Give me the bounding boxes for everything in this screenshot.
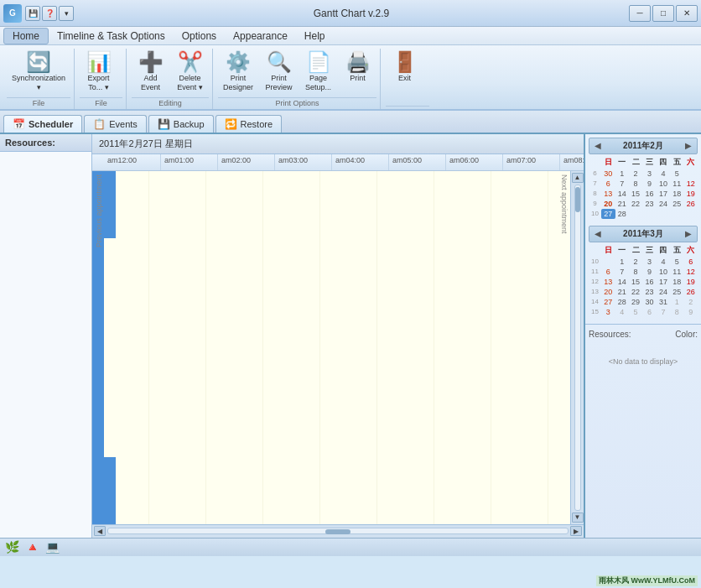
cal-day[interactable]: 13 [601, 277, 615, 287]
cal-day[interactable]: 30 [601, 169, 615, 179]
cal-day[interactable]: 20 [601, 287, 615, 297]
cal-day[interactable]: 14 [615, 277, 629, 287]
cal-day[interactable]: 16 [642, 277, 656, 287]
cal-day[interactable]: 5 [670, 257, 683, 267]
cal-day[interactable]: 16 [642, 189, 656, 199]
menu-appearance[interactable]: Appearance [225, 29, 296, 44]
cal-day[interactable] [684, 169, 698, 179]
cal-day[interactable]: 1 [615, 257, 629, 267]
cal-day[interactable]: 5 [629, 307, 642, 317]
export-button[interactable]: 📊 ExportTo... ▾ [80, 49, 117, 96]
cal-day[interactable]: 14 [615, 189, 629, 199]
cal-day[interactable]: 8 [629, 179, 642, 189]
cal-day[interactable]: 6 [601, 267, 615, 277]
cal-day[interactable]: 7 [657, 307, 670, 317]
page-setup-button[interactable]: 📄 PageSetup... [299, 49, 337, 96]
cal-prev-btn[interactable]: ◀ [593, 141, 603, 151]
exit-button[interactable]: 🚪 Exit [386, 49, 423, 86]
menu-options[interactable]: Options [174, 29, 225, 44]
cal-day[interactable]: 13 [601, 189, 615, 199]
print-preview-button[interactable]: 🔍 PrintPreview [260, 49, 298, 96]
cal-day[interactable]: 3 [642, 257, 656, 267]
cal-day[interactable]: 19 [684, 189, 698, 199]
cal-day[interactable]: 7 [615, 179, 629, 189]
cal-day[interactable]: 1 [615, 169, 629, 179]
cal-day[interactable]: 5 [670, 169, 683, 179]
cal-day[interactable]: 11 [670, 179, 683, 189]
cal-day[interactable]: 25 [670, 199, 683, 209]
cal-day[interactable]: 6 [601, 179, 615, 189]
cal-day[interactable]: 19 [684, 277, 698, 287]
add-event-button[interactable]: ➕ AddEvent [132, 49, 169, 96]
cal-day[interactable]: 2 [684, 297, 698, 307]
cal-day[interactable]: 1 [670, 297, 683, 307]
vscroll-up-btn[interactable]: ▲ [572, 173, 584, 183]
cal-day-selected[interactable]: 27 [601, 209, 615, 219]
cal-mar-prev-btn[interactable]: ◀ [593, 229, 603, 239]
delete-event-button[interactable]: ✂️ DeleteEvent ▾ [171, 49, 209, 96]
cal-day[interactable]: 29 [629, 297, 642, 307]
hscroll-bar[interactable]: ◀ ▶ [92, 524, 584, 538]
hscroll-track[interactable] [107, 528, 569, 534]
cal-day[interactable]: 25 [670, 287, 683, 297]
cal-day[interactable]: 6 [684, 257, 698, 267]
cal-day[interactable]: 22 [629, 287, 642, 297]
cal-day[interactable]: 24 [657, 287, 670, 297]
cal-day[interactable]: 3 [601, 307, 615, 317]
hscroll-thumb[interactable] [325, 529, 350, 534]
tab-backup[interactable]: 💾 Backup [148, 115, 214, 133]
print-button[interactable]: 🖨️ Print [339, 49, 376, 86]
cal-day[interactable]: 3 [642, 169, 656, 179]
hscroll-right-btn[interactable]: ▶ [570, 526, 582, 536]
cal-day[interactable]: 2 [629, 257, 642, 267]
quick-save-btn[interactable]: 💾 [25, 6, 40, 21]
cal-day[interactable]: 9 [642, 267, 656, 277]
menu-help[interactable]: Help [296, 29, 334, 44]
menu-timeline[interactable]: Timeline & Task Options [49, 29, 174, 44]
cal-day[interactable]: 18 [670, 189, 683, 199]
cal-day[interactable]: 23 [642, 199, 656, 209]
cal-day[interactable]: 26 [684, 199, 698, 209]
cal-day[interactable]: 7 [615, 267, 629, 277]
vscroll-dn-btn[interactable]: ▼ [572, 513, 584, 523]
cal-day[interactable]: 31 [657, 297, 670, 307]
cal-day[interactable]: 9 [684, 307, 698, 317]
cal-day[interactable]: 26 [684, 287, 698, 297]
cal-day[interactable]: 28 [615, 297, 629, 307]
tab-scheduler[interactable]: 📅 Scheduler [3, 115, 82, 133]
cal-day[interactable]: 9 [642, 179, 656, 189]
quick-dropdown-btn[interactable]: ▾ [59, 6, 74, 21]
vscroll-thumb[interactable] [575, 187, 580, 212]
cal-day[interactable]: 2 [629, 169, 642, 179]
cal-day[interactable]: 21 [615, 287, 629, 297]
cal-day[interactable]: 22 [629, 199, 642, 209]
tab-restore[interactable]: 🔁 Restore [215, 115, 283, 133]
cal-day[interactable]: 11 [670, 267, 683, 277]
cal-day[interactable]: 4 [615, 307, 629, 317]
cal-day[interactable]: 18 [670, 277, 683, 287]
cal-day[interactable]: 12 [684, 267, 698, 277]
cal-day[interactable]: 15 [629, 189, 642, 199]
hscroll-left-btn[interactable]: ◀ [94, 526, 106, 536]
cal-day[interactable]: 30 [642, 297, 656, 307]
print-designer-button[interactable]: ⚙️ PrintDesigner [218, 49, 258, 96]
cal-day[interactable]: 8 [670, 307, 683, 317]
cal-day[interactable]: 10 [657, 267, 670, 277]
cal-day[interactable]: 23 [642, 287, 656, 297]
synchronization-button[interactable]: 🔄 Synchronization▾ [7, 49, 70, 96]
cal-day[interactable]: 15 [629, 277, 642, 287]
cal-day[interactable]: 17 [657, 277, 670, 287]
cal-day[interactable]: 24 [657, 199, 670, 209]
menu-home[interactable]: Home [3, 28, 49, 44]
cal-day[interactable]: 4 [657, 169, 670, 179]
close-button[interactable]: ✕ [676, 5, 698, 22]
cal-next-btn[interactable]: ▶ [683, 141, 693, 151]
cal-day[interactable]: 10 [657, 179, 670, 189]
cal-day[interactable]: 4 [657, 257, 670, 267]
cal-mar-next-btn[interactable]: ▶ [683, 229, 693, 239]
vscroll-bar[interactable]: ▲ ▼ [570, 171, 584, 524]
quick-help-btn[interactable]: ❓ [42, 6, 57, 21]
cal-day[interactable]: 6 [642, 307, 656, 317]
cal-day[interactable]: 17 [657, 189, 670, 199]
cal-day[interactable]: 27 [601, 297, 615, 307]
